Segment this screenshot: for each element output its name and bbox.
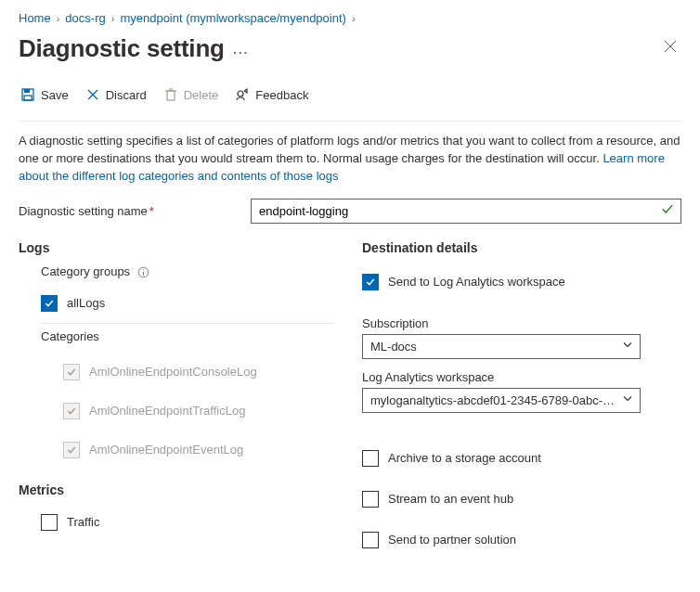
feedback-button[interactable]: Feedback [233, 84, 310, 106]
chevron-right-icon: › [352, 13, 356, 24]
breadcrumb-endpoint[interactable]: myendpoint (mymlworkspace/myendpoint) [120, 11, 345, 25]
stream-label: Stream to an event hub [388, 492, 513, 506]
archive-label: Archive to a storage account [388, 451, 541, 465]
traffic-checkbox[interactable] [41, 514, 58, 531]
logs-header: Logs [19, 240, 334, 255]
subscription-select[interactable]: ML-docs [362, 334, 641, 359]
alllogs-label: allLogs [67, 296, 105, 310]
breadcrumb-rg[interactable]: docs-rg [65, 11, 105, 25]
archive-checkbox[interactable] [362, 450, 379, 467]
log-analytics-checkbox[interactable] [362, 274, 379, 290]
delete-label: Delete [184, 88, 219, 102]
metrics-header: Metrics [19, 483, 334, 497]
traffic-label: Traffic [67, 515, 99, 529]
category-checkbox [63, 442, 80, 458]
save-icon [20, 87, 35, 102]
category-checkbox [63, 403, 80, 419]
workspace-select[interactable]: myloganaltytics-abcdef01-2345-6789-0abc-… [362, 388, 641, 413]
feedback-label: Feedback [255, 88, 308, 102]
breadcrumb: Home › docs-rg › myendpoint (mymlworkspa… [19, 7, 681, 34]
destination-header: Destination details [362, 240, 681, 255]
close-icon[interactable] [659, 35, 681, 62]
save-label: Save [41, 88, 69, 102]
stream-checkbox[interactable] [362, 491, 379, 508]
categories-label: Categories [41, 329, 334, 343]
category-checkbox [63, 364, 80, 380]
setting-name-input[interactable] [251, 199, 681, 224]
delete-button: Delete [162, 84, 221, 106]
delete-icon [163, 87, 178, 102]
svg-rect-4 [24, 96, 32, 100]
svg-point-13 [143, 269, 144, 270]
log-analytics-label: Send to Log Analytics workspace [388, 275, 565, 289]
page-title: Diagnostic setting [19, 34, 225, 63]
feedback-icon [235, 87, 250, 102]
discard-button[interactable]: Discard [84, 84, 149, 106]
divider [41, 323, 334, 324]
discard-icon [85, 87, 100, 102]
chevron-right-icon: › [57, 13, 60, 24]
checkmark-icon [661, 203, 674, 219]
alllogs-checkbox[interactable] [41, 295, 58, 312]
save-button[interactable]: Save [19, 84, 71, 106]
category-groups-label: Category groups [41, 264, 334, 278]
partner-label: Send to partner solution [388, 533, 516, 547]
svg-rect-7 [167, 91, 175, 100]
svg-rect-3 [24, 89, 30, 93]
svg-point-10 [238, 91, 243, 97]
category-label: AmlOnlineEndpointEventLog [89, 443, 243, 457]
divider [19, 121, 681, 122]
description-text: A diagnostic setting specifies a list of… [19, 125, 681, 199]
category-label: AmlOnlineEndpointTrafficLog [89, 404, 245, 418]
breadcrumb-home[interactable]: Home [19, 11, 51, 25]
discard-label: Discard [106, 88, 147, 102]
info-icon[interactable] [137, 266, 149, 278]
more-icon[interactable]: … [232, 39, 250, 58]
chevron-right-icon: › [111, 13, 115, 24]
toolbar: Save Discard Delete Feedback [19, 78, 681, 117]
category-label: AmlOnlineEndpointConsoleLog [89, 365, 257, 379]
subscription-label: Subscription [362, 316, 681, 330]
workspace-label: Log Analytics workspace [362, 370, 681, 384]
partner-checkbox[interactable] [362, 532, 379, 548]
setting-name-label: Diagnostic setting name* [19, 204, 251, 218]
description-body: A diagnostic setting specifies a list of… [19, 134, 680, 165]
